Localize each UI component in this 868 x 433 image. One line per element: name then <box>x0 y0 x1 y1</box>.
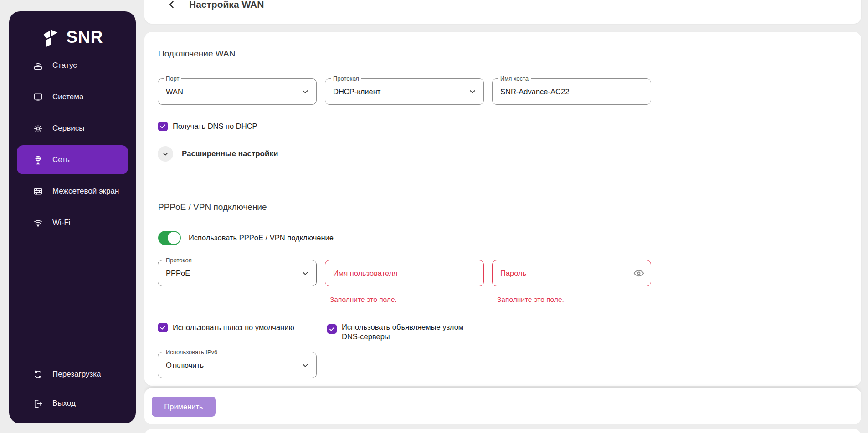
pppoe-section-title: PPPoE / VPN подключение <box>158 202 267 212</box>
sidebar-item-label: Выход <box>52 399 76 408</box>
password-error-text: Заполните это поле. <box>497 295 564 304</box>
sidebar-item-label: Wi-Fi <box>52 218 71 227</box>
wifi-icon <box>33 218 43 228</box>
router-icon <box>33 61 43 71</box>
back-button[interactable] <box>166 0 177 10</box>
pppoe-protocol-select[interactable]: Протокол PPPoE <box>158 260 317 286</box>
gateway-checkbox-group: Использовать шлюз по умолчанию <box>158 322 327 332</box>
wan-protocol-select-label: Протокол <box>331 75 361 82</box>
check-icon <box>159 324 166 331</box>
port-select[interactable]: Порт WAN <box>158 78 317 105</box>
sidebar-item-wifi[interactable]: Wi-Fi <box>17 211 128 234</box>
chevron-down-icon <box>161 150 169 158</box>
wan-section-title: Подключение WAN <box>158 49 235 59</box>
sidebar-item-services[interactable]: Сервисы <box>17 117 128 140</box>
reload-icon <box>33 369 43 380</box>
check-icon <box>159 123 166 130</box>
chevron-down-icon <box>301 269 310 278</box>
sidebar: SNR Статус Система Се <box>9 11 136 423</box>
pppoe-protocol-select-value: PPPoE <box>166 269 190 278</box>
ipv6-select[interactable]: Использовать IPv6 Отключить <box>158 352 317 378</box>
check-icon <box>329 326 335 332</box>
wan-fields-row: Порт WAN Протокол DHCP-клиент Имя хоста <box>158 78 651 105</box>
chevron-down-icon <box>468 87 477 96</box>
username-error-text: Заполните это поле. <box>330 295 397 304</box>
sidebar-item-logout[interactable]: Выход <box>17 392 128 415</box>
wan-protocol-select-value: DHCP-клиент <box>333 87 380 96</box>
logout-icon <box>33 398 43 409</box>
advanced-settings-expand-button[interactable] <box>158 146 173 162</box>
sidebar-item-reboot[interactable]: Перезагрузка <box>17 362 128 386</box>
chevron-left-icon <box>166 0 177 10</box>
wan-protocol-select[interactable]: Протокол DHCP-клиент <box>325 78 484 105</box>
sidebar-bottom-nav: Перезагрузка Выход <box>9 362 136 415</box>
page-title: Настройка WAN <box>189 0 264 10</box>
snr-logo: SNR <box>9 28 136 47</box>
gear-icon <box>33 123 43 134</box>
pppoe-checkbox-row: Использовать шлюз по умолчанию Использов… <box>158 322 478 341</box>
wan-settings-page: SNR Статус Система Се <box>0 0 868 433</box>
pppoe-toggle-label: Использовать PPPoE / VPN подключение <box>189 234 334 242</box>
page-header: Настройка WAN <box>144 0 861 24</box>
pppoe-fields-row: Протокол PPPoE Заполните это поле. Запол… <box>158 260 651 286</box>
password-field: Заполните это поле. <box>492 260 651 286</box>
chevron-down-icon <box>301 361 310 370</box>
sidebar-item-label: Статус <box>52 61 77 70</box>
firewall-icon <box>33 186 43 197</box>
sidebar-item-label: Сеть <box>52 155 70 164</box>
sidebar-item-network[interactable]: Сеть <box>17 145 128 174</box>
username-field: Заполните это поле. <box>325 260 484 286</box>
snr-logo-text: SNR <box>66 28 103 47</box>
pppoe-toggle-row: Использовать PPPoE / VPN подключение <box>158 231 334 245</box>
advanced-settings-row: Расширенные настройки <box>158 146 278 162</box>
wan-settings-card: Подключение WAN Порт WAN Протокол DHCP-к… <box>144 32 861 386</box>
hostname-field: Имя хоста <box>492 78 651 105</box>
network-globe-icon <box>33 155 43 165</box>
footer-bar: Применить <box>144 388 861 424</box>
gateway-checkbox-label: Использовать шлюз по умолчанию <box>173 322 294 332</box>
sidebar-item-label: Межсетевой экран <box>52 187 119 196</box>
dns-peer-checkbox-group: Использовать объявляемые узлом DNS-серве… <box>327 322 478 341</box>
sidebar-item-label: Система <box>52 92 83 102</box>
snr-logo-icon <box>41 28 61 47</box>
username-input[interactable] <box>333 260 476 286</box>
dns-dhcp-checkbox-row: Получать DNS по DHCP <box>158 121 257 131</box>
advanced-settings-label: Расширенные настройки <box>182 149 278 158</box>
dns-peer-checkbox[interactable] <box>327 324 337 334</box>
port-select-value: WAN <box>166 87 183 96</box>
port-select-label: Порт <box>164 75 181 82</box>
sidebar-item-status[interactable]: Статус <box>17 54 128 77</box>
next-card-edge <box>144 429 861 433</box>
password-input[interactable] <box>500 260 643 286</box>
sidebar-item-system[interactable]: Система <box>17 85 128 109</box>
apply-button[interactable]: Применить <box>152 397 216 417</box>
pppoe-protocol-select-label: Протокол <box>164 256 194 264</box>
sidebar-item-label: Перезагрузка <box>52 370 101 379</box>
chevron-down-icon <box>301 87 310 96</box>
hostname-field-label: Имя хоста <box>498 75 531 82</box>
dns-dhcp-checkbox[interactable] <box>158 122 168 131</box>
sidebar-item-firewall[interactable]: Межсетевой экран <box>17 179 128 203</box>
dns-dhcp-checkbox-label: Получать DNS по DHCP <box>173 121 257 131</box>
pppoe-toggle[interactable] <box>158 231 181 245</box>
sidebar-nav: Статус Система Сервисы Се <box>9 54 136 242</box>
ipv6-select-label: Использовать IPv6 <box>164 348 220 356</box>
sidebar-item-label: Сервисы <box>52 124 84 133</box>
toggle-knob <box>168 232 180 244</box>
ipv6-select-value: Отключить <box>166 361 204 370</box>
monitor-icon <box>33 92 43 102</box>
dns-peer-checkbox-label: Использовать объявляемые узлом DNS-серве… <box>342 322 478 341</box>
section-divider <box>151 178 853 178</box>
eye-icon[interactable] <box>633 267 645 279</box>
ipv6-row: Использовать IPv6 Отключить <box>158 352 317 378</box>
hostname-input[interactable] <box>500 79 643 104</box>
gateway-checkbox[interactable] <box>158 323 168 332</box>
